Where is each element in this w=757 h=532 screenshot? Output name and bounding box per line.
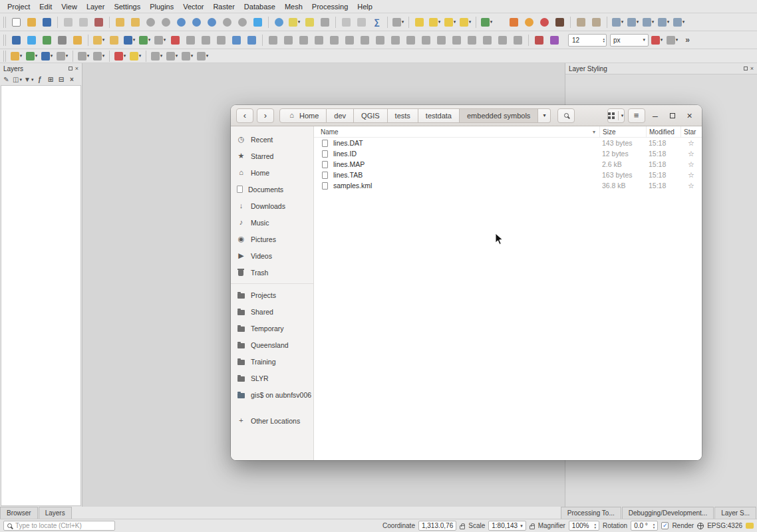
move-feature-icon[interactable] [266, 33, 280, 47]
menu-item[interactable]: Vector [178, 0, 208, 13]
redo-icon[interactable] [245, 33, 259, 47]
collapse-all-icon[interactable]: ⊟ [56, 74, 66, 84]
column-header-star[interactable]: Star [681, 126, 702, 137]
star-button[interactable]: ☆ [681, 171, 702, 180]
delete-selected-icon[interactable] [168, 33, 182, 47]
toolbar-grip[interactable] [3, 35, 7, 46]
column-header-modified[interactable]: Modified [646, 126, 681, 137]
undo-history-icon[interactable] [522, 15, 536, 29]
shape-circle-icon[interactable]: ▾ [165, 49, 179, 63]
split-parts-icon[interactable] [434, 33, 448, 47]
zoom-next-icon[interactable] [235, 15, 249, 29]
zoom-full-icon[interactable] [174, 15, 188, 29]
rotate-feature-icon[interactable] [281, 33, 295, 47]
offset-point-symbols-icon[interactable] [496, 33, 510, 47]
manage-map-themes-icon[interactable]: ◫▾ [12, 74, 23, 84]
polygon-annotation-icon[interactable]: ▾ [40, 49, 54, 63]
add-part-icon[interactable] [327, 33, 341, 47]
favorites-icon[interactable] [9, 33, 23, 47]
toolbar-grip[interactable] [3, 17, 7, 28]
sidebar-item[interactable]: Projects [231, 287, 313, 303]
project-new-icon[interactable] [9, 15, 23, 29]
sidebar-item[interactable]: Queensland [231, 336, 313, 353]
dock-tab[interactable]: Browser [0, 507, 38, 519]
column-header-name[interactable]: Name ▾ [314, 126, 599, 137]
save-layer-edits-icon[interactable]: ▾ [122, 33, 136, 47]
menu-item[interactable]: Processing [307, 0, 353, 13]
statistical-summary-icon[interactable]: ∑ [370, 15, 384, 29]
lock-scale-icon[interactable] [530, 525, 535, 529]
remove-layer-icon[interactable]: × [67, 74, 76, 84]
first-aid-plugin-icon[interactable] [507, 15, 521, 29]
zoom-to-selection-icon[interactable] [190, 15, 204, 29]
plugin-bug-icon[interactable] [553, 15, 567, 29]
sidebar-item[interactable]: ⌂ Home [231, 164, 313, 181]
project-save-icon[interactable] [40, 15, 54, 29]
crs-value[interactable]: EPSG:4326 [707, 522, 742, 529]
sidebar-item[interactable]: Trash [231, 264, 313, 281]
layout-manager-icon[interactable] [76, 15, 90, 29]
export-map-1-icon[interactable]: ▾ [611, 15, 625, 29]
breadcrumb-item[interactable]: ⌂ Home [279, 108, 327, 123]
rotation-spinbox[interactable]: 0.0 ° ▴▾ [631, 521, 658, 531]
export-map-4-icon[interactable]: ▾ [657, 15, 671, 29]
column-header-size[interactable]: Size [599, 126, 646, 137]
project-open-icon[interactable] [25, 15, 39, 29]
sidebar-item[interactable]: + Other Locations [231, 412, 313, 429]
offset-curve-icon[interactable] [404, 33, 418, 47]
render-checkbox[interactable]: ✓ [661, 522, 669, 529]
sidebar-item[interactable]: Documents [231, 181, 313, 198]
sidebar-item[interactable]: ◷ Recent [231, 131, 313, 148]
menu-item[interactable]: View [57, 0, 82, 13]
maximize-button[interactable] [665, 108, 679, 124]
close-button[interactable]: × [682, 108, 696, 124]
breadcrumb-item[interactable]: testdata [418, 108, 460, 123]
menu-item[interactable]: Plugins [145, 0, 178, 13]
shape-digitize-icon[interactable]: ▾ [150, 49, 164, 63]
line-annotation-icon[interactable]: ▾ [25, 49, 39, 63]
mail-export-icon[interactable] [589, 15, 603, 29]
close-panel-icon[interactable]: × [75, 66, 78, 72]
toolbar-grip[interactable] [3, 51, 7, 62]
menu-item[interactable]: Edit [35, 0, 57, 13]
sidebar-item[interactable]: Temporary [231, 320, 313, 336]
export-map-2-icon[interactable]: ▾ [626, 15, 640, 29]
path-dropdown-button[interactable]: ▾ [538, 108, 551, 123]
deselect-all-icon[interactable] [318, 15, 332, 29]
add-raster-layer-icon[interactable] [55, 33, 69, 47]
menu-item[interactable]: Layer [82, 0, 110, 13]
zoom-to-layer-icon[interactable] [205, 15, 219, 29]
open-attribute-table-icon[interactable] [339, 15, 353, 29]
breadcrumb-item[interactable]: dev [327, 108, 354, 123]
menu-item[interactable]: Help [353, 0, 377, 13]
file-row[interactable]: samples.kml 36.8 kB 15:18 ☆ [314, 180, 702, 191]
minimize-button[interactable]: – [649, 108, 663, 124]
label-options-icon[interactable]: ▾ [428, 15, 442, 29]
font-size-spinbox[interactable]: 12 ▴▾ [568, 34, 607, 47]
labeling-icon[interactable] [412, 15, 426, 29]
fill-ring-icon[interactable] [343, 33, 357, 47]
menu-item[interactable]: Project [3, 0, 35, 13]
label-pin-icon[interactable]: ▾ [443, 15, 457, 29]
zoom-out-icon[interactable] [159, 15, 173, 29]
back-button[interactable]: ‹ [236, 108, 253, 123]
sidebar-item[interactable]: ▶ Videos [231, 247, 313, 264]
magnifier-spinbox[interactable]: 100% ▴▾ [569, 521, 599, 531]
select-features-icon[interactable]: ▾ [287, 15, 301, 29]
filter-legend-icon[interactable]: ▼▾ [23, 74, 34, 84]
filter-by-expression-icon[interactable]: ƒ [35, 74, 45, 84]
add-vector-layer-icon[interactable] [40, 33, 54, 47]
more-options-icon[interactable]: ▾ [665, 33, 679, 47]
undock-panel-icon[interactable] [69, 66, 73, 70]
dock-tab[interactable]: Processing To... [561, 507, 621, 519]
zoom-in-icon[interactable] [144, 15, 158, 29]
copy-features-icon[interactable] [199, 33, 213, 47]
resource-sharing-icon[interactable] [537, 15, 551, 29]
print-layout-icon[interactable] [61, 15, 75, 29]
scale-combobox[interactable]: 1:80,143 ▾ [488, 521, 526, 531]
undo-icon[interactable] [229, 33, 243, 47]
file-row[interactable]: lines.MAP 2.6 kB 15:18 ☆ [314, 159, 702, 170]
menu-item[interactable]: Raster [208, 0, 239, 13]
coordinate-input[interactable]: 1,313.0,76 [418, 521, 456, 531]
file-row[interactable]: lines.TAB 163 bytes 15:18 ☆ [314, 170, 702, 180]
